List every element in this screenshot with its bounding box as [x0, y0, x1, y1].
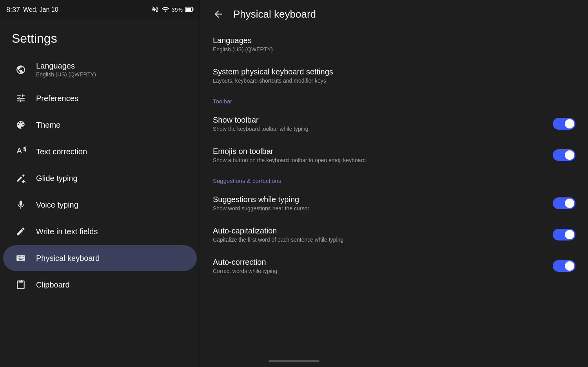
sidebar-item-preferences[interactable]: Preferences	[3, 85, 197, 111]
status-date: Wed, Jan 10	[23, 6, 58, 13]
status-icons: 39%	[151, 5, 194, 14]
suggestions-typing-toggle[interactable]	[553, 197, 575, 209]
emojis-toolbar-title: Emojis on toolbar	[213, 147, 553, 156]
show-toolbar-toggle[interactable]	[553, 118, 575, 130]
sidebar-item-text-correction[interactable]: Text correction	[3, 139, 197, 165]
setting-system-physical[interactable]: System physical keyboard settings Layout…	[203, 60, 585, 91]
auto-cap-subtitle: Capitalize the first word of each senten…	[213, 237, 553, 243]
mic-icon	[15, 199, 27, 211]
write-label: Write in text fields	[36, 227, 98, 236]
sidebar-item-glide-typing[interactable]: Glide typing	[3, 165, 197, 191]
preferences-label: Preferences	[36, 94, 78, 103]
back-button[interactable]	[210, 5, 227, 23]
show-toolbar-subtitle: Show the keyboard toolbar while typing	[213, 126, 553, 132]
write-icon	[15, 226, 27, 237]
suggestions-section-header: Suggestions & corrections	[203, 171, 585, 187]
show-toolbar-title: Show toolbar	[213, 116, 553, 125]
languages-setting-subtitle: English (US) (QWERTY)	[213, 46, 575, 52]
right-panel-title: Physical keyboard	[233, 8, 316, 20]
auto-correction-title: Auto-correction	[213, 258, 553, 267]
sidebar-item-physical-keyboard[interactable]: Physical keyboard	[3, 245, 197, 271]
globe-icon	[15, 64, 27, 76]
svg-rect-2	[185, 7, 191, 11]
keyboard-icon	[15, 252, 27, 264]
wifi-icon	[162, 5, 169, 14]
setting-suggestions-typing[interactable]: Suggestions while typing Show word sugge…	[203, 188, 585, 219]
battery-icon	[185, 7, 194, 13]
languages-sublabel: English (US) (QWERTY)	[36, 71, 96, 78]
bottom-bar-indicator	[269, 360, 319, 362]
auto-correction-subtitle: Correct words while typing	[213, 268, 553, 274]
right-header: Physical keyboard	[200, 0, 588, 28]
glide-label: Glide typing	[36, 174, 78, 183]
sidebar-item-theme[interactable]: Theme	[3, 112, 197, 138]
physical-keyboard-label: Physical keyboard	[36, 254, 100, 263]
setting-show-toolbar[interactable]: Show toolbar Show the keyboard toolbar w…	[203, 108, 585, 139]
suggestions-typing-knob	[565, 199, 574, 208]
clipboard-icon	[15, 279, 27, 291]
theme-icon	[15, 119, 27, 131]
sidebar-item-write-in-text[interactable]: Write in text fields	[3, 219, 197, 244]
mute-icon	[151, 5, 159, 14]
setting-emojis-toolbar[interactable]: Emojis on toolbar Show a button on the k…	[203, 140, 585, 170]
toolbar-section-header: Toolbar	[203, 92, 585, 108]
main-layout: 8:37 Wed, Jan 10 39%	[0, 0, 588, 367]
languages-setting-title: Languages	[213, 36, 575, 45]
languages-label: Languages	[36, 61, 96, 71]
status-time: 8:37	[6, 6, 20, 14]
glide-icon	[15, 172, 27, 184]
auto-cap-title: Auto-capitalization	[213, 226, 553, 235]
system-physical-subtitle: Layouts, keyboard shortcuts and modifier…	[213, 78, 575, 84]
setting-auto-cap[interactable]: Auto-capitalization Capitalize the first…	[203, 219, 585, 250]
sliders-icon	[15, 92, 27, 104]
sidebar-item-clipboard[interactable]: Clipboard	[3, 272, 197, 298]
auto-cap-knob	[565, 230, 574, 239]
auto-correction-knob	[565, 261, 574, 271]
show-toolbar-knob	[565, 119, 574, 128]
theme-label: Theme	[36, 121, 60, 130]
status-bar: 8:37 Wed, Jan 10 39%	[0, 0, 200, 20]
sidebar: 8:37 Wed, Jan 10 39%	[0, 0, 200, 367]
clipboard-label: Clipboard	[36, 280, 70, 289]
emojis-toolbar-knob	[565, 150, 574, 160]
text-correction-label: Text correction	[36, 147, 87, 156]
voice-label: Voice typing	[36, 201, 78, 210]
sidebar-item-voice-typing[interactable]: Voice typing	[3, 192, 197, 218]
battery-text: 39%	[172, 7, 183, 13]
auto-cap-toggle[interactable]	[553, 229, 575, 240]
settings-list: Languages English (US) (QWERTY) System p…	[200, 29, 588, 281]
sidebar-item-languages[interactable]: Languages English (US) (QWERTY)	[3, 54, 197, 85]
setting-languages[interactable]: Languages English (US) (QWERTY)	[203, 29, 585, 60]
svg-rect-1	[193, 8, 194, 11]
emojis-toolbar-subtitle: Show a button on the keyboard toolbar to…	[213, 157, 553, 163]
emojis-toolbar-toggle[interactable]	[553, 149, 575, 161]
text-correction-icon	[15, 146, 27, 157]
auto-correction-toggle[interactable]	[553, 260, 575, 272]
suggestions-typing-subtitle: Show word suggestions near the cursor	[213, 205, 553, 212]
system-physical-title: System physical keyboard settings	[213, 67, 575, 76]
setting-auto-correction[interactable]: Auto-correction Correct words while typi…	[203, 251, 585, 281]
sidebar-title: Settings	[0, 20, 200, 54]
suggestions-typing-title: Suggestions while typing	[213, 195, 553, 204]
right-panel: Physical keyboard Languages English (US)…	[200, 0, 588, 367]
